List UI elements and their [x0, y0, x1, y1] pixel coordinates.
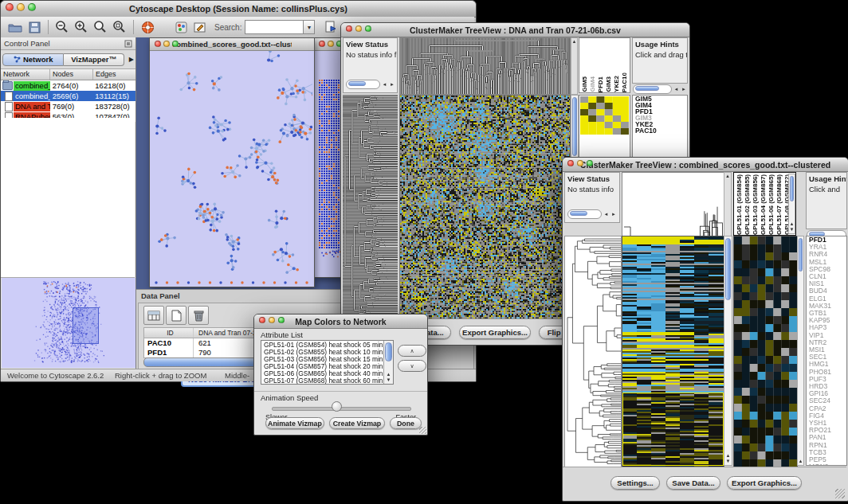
treeview2-titlebar[interactable]: ClusterMaker TreeView : combined_scores_…	[563, 158, 848, 172]
tv1-column-dendrogram[interactable]	[399, 37, 571, 95]
close-button[interactable]	[346, 25, 352, 32]
new-attribute-icon[interactable]	[166, 306, 186, 325]
scroll-arrow-icons[interactable]: ▲	[798, 459, 803, 464]
attribute-table-icon[interactable]	[143, 306, 164, 325]
float-panel-icon[interactable]	[124, 40, 132, 48]
inner-window1-titlebar[interactable]: combined_scores_good.txt--cluste...	[150, 38, 314, 51]
zoom-button[interactable]	[365, 25, 371, 32]
scroll-arrow-icons[interactable]: ◄ ►	[603, 212, 617, 217]
resize-grip[interactable]	[835, 489, 845, 498]
network-row[interactable]: combined_scores 2764(0) 16218(0)	[1, 80, 135, 91]
network-overview-panel[interactable]	[2, 278, 135, 368]
tab-vizmapper[interactable]: VizMapper™	[64, 53, 124, 66]
close-button[interactable]	[6, 3, 14, 11]
save-icon[interactable]	[26, 18, 43, 36]
create-vizmap-button[interactable]: Create Vizmap	[329, 417, 385, 429]
move-down-button[interactable]: ∨	[398, 360, 426, 372]
attribute-list-vscrollbar[interactable]: ▲▼	[383, 341, 393, 384]
zoom-fit-icon[interactable]	[92, 18, 109, 36]
network-canvas[interactable]	[150, 51, 312, 286]
animate-vizmap-button[interactable]: Animate Vizmap	[265, 417, 324, 429]
tv2-row-dendrogram[interactable]	[564, 236, 622, 467]
overview-canvas[interactable]	[2, 278, 135, 368]
tab-overflow-arrow[interactable]: ▶	[129, 56, 134, 63]
move-up-button[interactable]: ∧	[398, 345, 426, 357]
delete-attribute-trash-icon[interactable]	[188, 306, 209, 325]
animation-speed-label: Animation Speed	[261, 393, 318, 402]
plugin-import-icon[interactable]	[322, 18, 340, 36]
treeview1-titlebar[interactable]: ClusterMaker TreeView : DNA and Tran 07-…	[341, 23, 689, 37]
minimize-button[interactable]	[17, 3, 25, 11]
zoom-button[interactable]	[28, 3, 36, 11]
tv1-global-heatmap[interactable]	[399, 95, 571, 320]
zoom-out-icon[interactable]	[53, 18, 71, 36]
search-dropdown-icon[interactable]: ▼	[304, 20, 315, 34]
close-button[interactable]	[259, 317, 265, 323]
animation-speed-slider-thumb[interactable]	[332, 401, 342, 412]
minimize-button[interactable]	[163, 41, 170, 47]
minimize-button[interactable]	[328, 41, 334, 47]
zoom-button[interactable]	[172, 41, 179, 47]
control-panel-title: Control Panel	[4, 39, 50, 48]
scroll-arrow-icons[interactable]: ▲▼	[384, 372, 393, 383]
column-label: GIM4	[589, 76, 597, 92]
tv2-heatmap-vscrollbar[interactable]: ▲▼	[724, 236, 732, 466]
tv1-column-scroll-strip[interactable]: ▲	[571, 37, 578, 95]
tv2-zoom-vscrollbar[interactable]: ▲	[797, 236, 804, 466]
tv2-usage-hints-panel: Usage Hints Click and	[806, 172, 847, 229]
tv1-column-labels: GIM5GIM4PFD1GIM3YKE2PAC10	[579, 37, 630, 93]
network-row[interactable]: DNA and Tran 07 769(0) 183728(0)	[1, 101, 135, 111]
tv2-global-heatmap[interactable]	[622, 236, 724, 467]
scroll-arrow-icons[interactable]: ◄ ►	[382, 82, 395, 87]
scroll-arrow-icons[interactable]: ◄ ►	[673, 87, 687, 92]
tv1-hints-hscrollbar[interactable]: ◄ ►	[633, 84, 687, 94]
network-row[interactable]: combined_sco 2569(6) 13112(15)	[1, 91, 135, 101]
minimize-button[interactable]	[355, 25, 362, 32]
tab-network[interactable]: Network	[2, 53, 64, 66]
close-button[interactable]	[319, 41, 325, 47]
main-titlebar[interactable]: Cytoscape Desktop (Session Name: collins…	[1, 1, 476, 18]
close-button[interactable]	[155, 41, 161, 47]
scroll-arrow-icons[interactable]: ▲	[724, 174, 731, 179]
open-icon[interactable]	[6, 18, 24, 36]
tv2-status-hscrollbar[interactable]: ◄ ►	[567, 209, 617, 219]
done-button[interactable]: Done	[390, 417, 422, 429]
column-label: GIM3	[605, 76, 613, 92]
scroll-arrow-icons[interactable]: ▲▼	[724, 453, 732, 464]
zoom-button[interactable]	[587, 160, 593, 166]
attribute-listbox[interactable]: GPL51-01 (GSM854) heat shock 05 minGPL51…	[261, 340, 394, 385]
resize-grip[interactable]	[419, 427, 426, 434]
map-dialog-titlebar[interactable]: Map Colors to Network	[254, 315, 427, 329]
window-controls[interactable]	[6, 3, 36, 11]
export-graphics-button[interactable]: Export Graphics...	[459, 326, 531, 339]
minimize-button[interactable]	[577, 160, 583, 166]
tv1-status-hscrollbar[interactable]: ◄ ►	[346, 80, 395, 89]
tv1-row-dendrogram[interactable]	[343, 95, 398, 318]
tv2-zoom-heatmap[interactable]	[733, 236, 798, 467]
export-graphics-button[interactable]: Export Graphics...	[727, 476, 802, 490]
scroll-arrow-icons[interactable]: ▲▼	[789, 221, 795, 232]
overview-viewport-rect[interactable]	[73, 307, 99, 344]
annotation-icon[interactable]	[191, 18, 209, 36]
zoom-in-icon[interactable]	[73, 18, 90, 36]
settings-button[interactable]: Settings...	[610, 476, 660, 490]
map-colors-dialog: Map Colors to Network Attribute List GPL…	[253, 314, 428, 436]
network-list-empty-area[interactable]	[1, 118, 135, 278]
tv2-collabels-vscrollbar[interactable]: ▲▼	[788, 174, 795, 234]
main-window-title: Cytoscape Desktop (Session Name: collins…	[129, 4, 347, 14]
minimize-button[interactable]	[269, 317, 275, 323]
vizmap-icon[interactable]	[172, 18, 190, 36]
close-button[interactable]	[567, 160, 574, 166]
tv2-column-scroll-strip[interactable]: ▲	[724, 172, 732, 237]
zoom-region-icon[interactable]	[111, 18, 128, 36]
save-data-button[interactable]: Save Data...	[666, 476, 720, 490]
tv2-column-dendrogram[interactable]	[622, 172, 724, 237]
search-input[interactable]	[245, 20, 304, 34]
help-lifesaver-icon[interactable]	[139, 18, 156, 36]
attribute-list-item[interactable]: GPL51-07 (GSM868) heat shock 60 min	[262, 377, 383, 385]
network-table-header[interactable]: Network Nodes Edges	[1, 69, 135, 80]
tv1-usage-hints-text: Click and drag tc	[635, 50, 687, 59]
scroll-arrow-icons[interactable]: ▲	[571, 39, 577, 45]
zoom-button[interactable]	[278, 317, 285, 323]
tv1-zoom-matrix[interactable]	[580, 96, 629, 135]
